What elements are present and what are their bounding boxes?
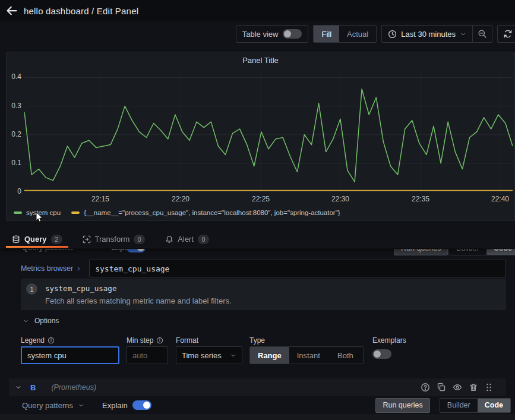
explain-toggle-clipped[interactable] <box>127 249 146 252</box>
query-ref-id: B <box>30 383 36 392</box>
legend-field-label: Legend <box>21 336 55 345</box>
grafana-edit-panel-screen: { "header": { "title": "hello dashboard … <box>0 0 515 420</box>
type-field-label: Type <box>249 336 265 345</box>
run-queries-button-clipped[interactable]: Run queries <box>394 249 448 255</box>
table-view-control[interactable]: Table view <box>236 25 309 43</box>
duplicate-query-button[interactable] <box>437 383 446 392</box>
tab-alert-count: 0 <box>198 235 209 244</box>
query-patterns-button[interactable]: Query patterns <box>22 401 84 410</box>
tab-alert[interactable]: Alert 0 <box>159 230 215 248</box>
type-both-button[interactable]: Both <box>328 347 363 364</box>
promql-expression-input[interactable]: system_cpu_usage <box>89 260 506 277</box>
explain-step-description: Fetch all series matching metric name an… <box>45 296 232 305</box>
refresh-icon <box>503 29 513 39</box>
time-picker-group: Last 30 minutes <box>381 25 492 43</box>
builder-code-toggle-clipped: Builder Code <box>448 249 515 255</box>
tab-query-count: 2 <box>51 235 62 244</box>
metrics-browser-button[interactable]: Metrics browser <box>21 264 89 273</box>
legend-field: system cpu <box>21 346 119 364</box>
exemplars-toggle[interactable] <box>372 349 391 359</box>
actual-button[interactable]: Actual <box>339 26 376 42</box>
options-section-toggle[interactable]: Options <box>23 317 59 325</box>
chevron-down-icon <box>230 352 236 359</box>
builder-button-clipped[interactable]: Builder <box>449 249 486 255</box>
x-tick-label: 22:25 <box>248 195 274 203</box>
collapse-chevron-icon[interactable] <box>15 384 22 391</box>
fill-button[interactable]: Fill <box>314 26 339 42</box>
query-row-b[interactable]: B (Prometheus) <box>9 378 506 396</box>
help-button[interactable] <box>421 383 430 392</box>
run-queries-button[interactable]: Run queries <box>375 398 429 413</box>
info-icon <box>48 337 55 344</box>
table-view-label: Table view <box>242 30 279 39</box>
min-step-field-label: Min step <box>127 336 163 345</box>
type-range-button[interactable]: Range <box>250 347 289 364</box>
explain-step-title: system_cpu_usage <box>45 284 116 293</box>
x-tick-label: 22:40 <box>487 195 513 203</box>
time-range-picker[interactable]: Last 30 minutes <box>382 26 472 42</box>
y-tick-label: 0 <box>7 187 21 195</box>
code-button-clipped[interactable]: Code <box>486 249 515 255</box>
table-view-toggle[interactable] <box>283 29 302 39</box>
chevron-down-icon <box>78 249 84 251</box>
format-field-label: Format <box>176 336 198 345</box>
exemplars-field-label: Exemplars <box>372 336 406 345</box>
legend-item-process-cpu[interactable]: {__name__="process_cpu_usage", instance=… <box>71 209 340 216</box>
legend-label: system cpu <box>26 209 61 216</box>
back-button[interactable] <box>0 0 24 21</box>
chart-panel: Panel Title 0.4 0.3 0.2 0.1 0 22:15 22:2… <box>6 52 515 221</box>
query-datasource: (Prometheus) <box>51 383 96 391</box>
metrics-browser-label: Metrics browser <box>21 264 73 273</box>
type-field: Range Instant Both <box>249 346 364 364</box>
code-button[interactable]: Code <box>478 399 510 412</box>
builder-code-toggle: Builder Code <box>440 398 511 413</box>
y-tick-label: 0.3 <box>7 102 21 110</box>
explain-toggle[interactable] <box>132 400 151 410</box>
y-tick-label: 0.2 <box>7 130 21 138</box>
clock-icon <box>388 30 397 39</box>
x-tick-label: 22:20 <box>168 195 194 203</box>
bell-icon <box>165 235 173 244</box>
transform-icon <box>83 235 91 244</box>
x-tick-label: 22:30 <box>327 195 353 203</box>
database-icon <box>12 235 20 244</box>
min-step-input[interactable]: auto <box>127 346 168 364</box>
legend-swatch-yellow <box>71 211 80 214</box>
x-tick-label: 22:15 <box>87 195 113 203</box>
tab-transform[interactable]: Transform 0 <box>77 230 151 248</box>
page-title: hello dashboard / Edit Panel <box>24 6 138 16</box>
exemplars-field <box>372 349 391 367</box>
tab-transform-label: Transform <box>95 235 130 244</box>
tab-query[interactable]: Query 2 <box>6 230 68 248</box>
toggle-visibility-button[interactable] <box>453 383 462 392</box>
y-tick-label: 0.4 <box>7 72 21 81</box>
panel-title: Panel Title <box>7 56 514 65</box>
fill-actual-segmented: Fill Actual <box>313 25 377 43</box>
explain-step-number: 1 <box>26 283 37 295</box>
query-patterns-button-clipped[interactable]: Query patterns <box>22 249 84 252</box>
legend-item-system-cpu[interactable]: system cpu <box>14 209 61 216</box>
trash-icon <box>469 383 478 392</box>
drag-handle[interactable] <box>485 383 493 392</box>
time-series-chart[interactable] <box>24 69 513 192</box>
legend-input[interactable]: system cpu <box>21 346 119 364</box>
delete-query-button[interactable] <box>469 383 478 392</box>
tab-transform-count: 0 <box>134 235 145 244</box>
options-header-label: Options <box>34 317 59 325</box>
copy-icon <box>437 383 446 392</box>
edit-panel-tabs: Query 2 Transform 0 Alert 0 <box>0 230 515 248</box>
eye-icon <box>453 383 462 392</box>
min-step-field: auto <box>127 346 168 364</box>
builder-button[interactable]: Builder <box>440 399 478 412</box>
grip-dots-icon <box>485 383 493 392</box>
chart-legend: system cpu {__name__="process_cpu_usage"… <box>14 209 340 216</box>
format-select[interactable]: Time series <box>176 346 242 364</box>
time-range-label: Last 30 minutes <box>401 30 456 39</box>
zoom-out-button[interactable] <box>473 26 492 42</box>
type-instant-button[interactable]: Instant <box>289 347 328 364</box>
panel-toolbar: Table view Fill Actual Last 30 minutes <box>0 25 515 43</box>
chevron-down-icon <box>78 402 84 409</box>
x-tick-label: 22:35 <box>407 195 434 203</box>
refresh-button[interactable] <box>497 25 515 43</box>
active-tab-underline <box>6 246 68 248</box>
